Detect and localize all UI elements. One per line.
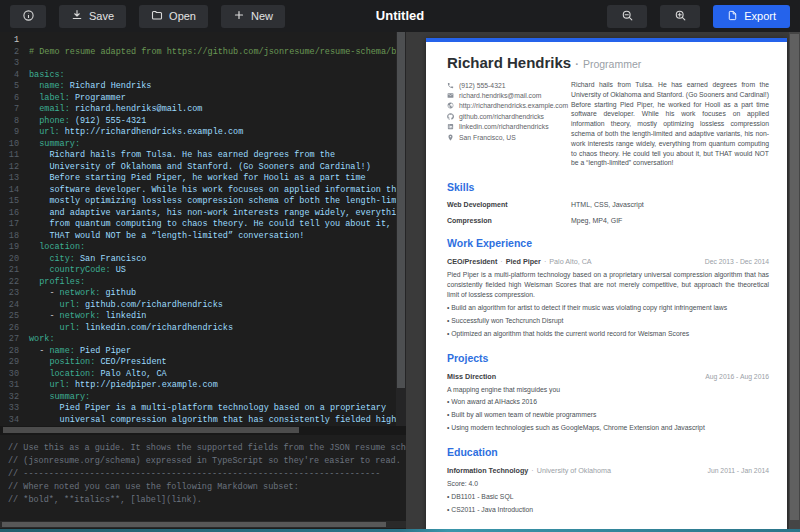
folder-icon: [151, 9, 163, 23]
editor-horizontal-scrollbar[interactable]: [0, 426, 406, 435]
code-line[interactable]: 21 countryCode: US: [0, 265, 396, 277]
code-line[interactable]: 32 summary:: [0, 392, 396, 404]
download-icon: [71, 9, 83, 23]
code-text: profiles:: [29, 277, 85, 289]
entry-header: Information Technology·University of Okl…: [447, 466, 769, 475]
code-line[interactable]: 19 location:: [0, 242, 396, 254]
skill-keywords: HTML, CSS, Javascript: [571, 201, 769, 208]
zoom-out-button[interactable]: [607, 5, 647, 28]
code-line[interactable]: 9 url: http://richardhendricks.example.c…: [0, 127, 396, 139]
skill-keywords: Mpeg, MP4, GIF: [571, 217, 769, 224]
new-button[interactable]: New: [221, 5, 285, 28]
zoom-in-icon: [674, 9, 687, 24]
app-window: Save Open New Untitled Export 12# Dem: [0, 0, 800, 532]
line-number: 5: [0, 81, 29, 93]
code-text: email: richard.hendriks@mail.com: [29, 104, 202, 116]
section-projects: ProjectsMiss DirectionAug 2016 - Aug 201…: [447, 352, 769, 434]
name-separator: ·: [575, 58, 579, 70]
entry-bullet: • Won award at AIHacks 2016: [447, 397, 769, 407]
code-line[interactable]: 5 name: Richard Hendriks: [0, 81, 396, 93]
code-line[interactable]: 26 url: linkedin.com/richardhendricks: [0, 323, 396, 335]
code-line[interactable]: 14 software developer. While his work fo…: [0, 185, 396, 197]
code-line[interactable]: 7 email: richard.hendriks@mail.com: [0, 104, 396, 116]
schema-helper-editor[interactable]: // Use this as a guide. It shows the sup…: [0, 436, 406, 526]
code-line[interactable]: 13 Before starting Pied Piper, he worked…: [0, 173, 396, 185]
helper-code-line[interactable]: // (jsonresume.org/schema) expressed in …: [8, 455, 406, 468]
contact-location[interactable]: San Francisco, US: [447, 132, 559, 142]
code-line[interactable]: 1: [0, 35, 396, 47]
helper-code-line[interactable]: // *bold*, **italics**, [label](link).: [8, 494, 406, 507]
mail-icon: [447, 92, 454, 99]
code-line[interactable]: 28 - name: Pied Piper: [0, 346, 396, 358]
editor-horizontal-scrollbar-thumb[interactable]: [3, 427, 299, 433]
code-line[interactable]: 18 THAT would NOT be a “length-limited” …: [0, 231, 396, 243]
preview-scrollbar-thumb[interactable]: [790, 34, 799, 520]
code-line[interactable]: 34 universal compression algorithm that …: [0, 415, 396, 427]
helper-code-line[interactable]: [8, 507, 406, 520]
code-line[interactable]: 11 Richard hails from Tulsa. He has earn…: [0, 150, 396, 162]
entry-summary: Score: 4.0: [447, 479, 769, 489]
code-text: Before starting Pied Piper, he worked fo…: [29, 173, 366, 185]
code-line[interactable]: 17 from quantum computing to chaos theor…: [0, 219, 396, 231]
contact-phone[interactable]: (912) 555-4321: [447, 80, 559, 90]
resume-page: Richard Hendriks · Programmer (912) 555-…: [426, 38, 787, 532]
export-button[interactable]: Export: [713, 5, 790, 28]
code-text: THAT would NOT be a “length-limited” con…: [29, 231, 304, 243]
helper-horizontal-scrollbar[interactable]: [0, 521, 406, 528]
code-line[interactable]: 8 phone: (912) 555-4321: [0, 116, 396, 128]
code-line[interactable]: 16 and adaptive variants, his non-work i…: [0, 208, 396, 220]
open-button[interactable]: Open: [139, 5, 208, 28]
dot-separator: ·: [541, 257, 549, 266]
code-line[interactable]: 15 mostly optimizing lossless compressio…: [0, 196, 396, 208]
contact-mail[interactable]: richard.hendriks@mail.com: [447, 90, 559, 100]
code-line[interactable]: 30 location: Palo Alto, CA: [0, 369, 396, 381]
code-line[interactable]: 6 label: Programmer: [0, 93, 396, 105]
code-editor[interactable]: 12# Demo resume adapted from https://git…: [0, 32, 406, 532]
code-text: mostly optimizing lossless compression s…: [29, 196, 396, 208]
resume-preview-pane: Richard Hendriks · Programmer (912) 555-…: [406, 32, 800, 532]
helper-code-line[interactable]: // Use this as a guide. It shows the sup…: [8, 442, 406, 455]
helper-code-line[interactable]: // Where noted you can use the following…: [8, 481, 406, 494]
code-line[interactable]: 4basics:: [0, 70, 396, 82]
contact-linkedin[interactable]: linkedin.com/richardhendricks: [447, 122, 559, 132]
zoom-in-button[interactable]: [660, 5, 700, 28]
save-button[interactable]: Save: [59, 5, 126, 28]
entry-bullet: • Built by all women team of newbie prog…: [447, 410, 769, 420]
resume-name: Richard Hendriks: [447, 54, 571, 71]
info-button[interactable]: [10, 5, 46, 28]
code-line[interactable]: 2# Demo resume adapted from https://gith…: [0, 47, 396, 59]
section-heading: Skills: [447, 181, 769, 193]
helper-horizontal-scrollbar-thumb[interactable]: [2, 522, 386, 527]
section-heading: Projects: [447, 352, 769, 364]
entry-bullet: • DB1101 - Basic SQL: [447, 492, 769, 502]
line-number: 9: [0, 127, 29, 139]
line-number: 32: [0, 392, 29, 404]
contact-globe[interactable]: http://richardhendricks.example.com: [447, 101, 559, 111]
editor-vertical-scrollbar[interactable]: [396, 32, 406, 426]
code-lines[interactable]: 12# Demo resume adapted from https://git…: [0, 32, 396, 429]
code-line[interactable]: 22 profiles:: [0, 277, 396, 289]
code-text: url: linkedin.com/richardhendricks: [29, 323, 233, 335]
code-line[interactable]: 33 Pied Piper is a multi-platform techno…: [0, 403, 396, 415]
contact-text: (912) 555-4321: [459, 82, 505, 89]
preview-scrollbar[interactable]: [789, 32, 800, 532]
globe-icon: [447, 102, 454, 109]
code-line[interactable]: 3: [0, 58, 396, 70]
helper-code-line[interactable]: // -------------------------------------…: [8, 468, 406, 481]
code-line[interactable]: 31 url: http://piedpiper.example.com: [0, 380, 396, 392]
code-text: location:: [29, 242, 85, 254]
code-line[interactable]: 10 summary:: [0, 139, 396, 151]
location-icon: [447, 134, 454, 141]
editor-vertical-scrollbar-thumb[interactable]: [397, 32, 405, 388]
code-line[interactable]: 25 - network: linkedin: [0, 311, 396, 323]
code-line[interactable]: 27work:: [0, 334, 396, 346]
code-line[interactable]: 29 position: CEO/President: [0, 357, 396, 369]
skill-name: Compression: [447, 217, 559, 224]
line-number: 6: [0, 93, 29, 105]
code-line[interactable]: 24 url: github.com/richardhendricks: [0, 300, 396, 312]
code-line[interactable]: 20 city: San Francisco: [0, 254, 396, 266]
code-text: - network: linkedin: [29, 311, 146, 323]
code-line[interactable]: 12 University of Oklahoma and Stanford. …: [0, 162, 396, 174]
code-line[interactable]: 23 - network: github: [0, 288, 396, 300]
contact-github[interactable]: github.com/richardhendricks: [447, 111, 559, 121]
